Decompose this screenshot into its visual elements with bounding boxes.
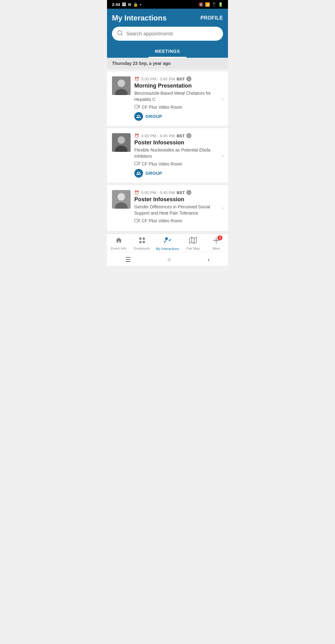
svg-point-3 [118, 79, 125, 87]
svg-rect-19 [139, 241, 141, 243]
info-icon-2[interactable]: i [186, 133, 191, 138]
nav-item-fair-map[interactable]: Fair Map [184, 237, 202, 250]
home-icon [115, 237, 123, 245]
chevron-icon-2: › [222, 152, 224, 159]
card-subtitle-1: Benzoxazole-Based Metal Chelators for He… [134, 90, 223, 102]
svg-rect-18 [143, 238, 145, 240]
status-right: 🔇 📶 📱 🔋 [199, 2, 223, 7]
room-name-3: CF Plus Video Room [142, 218, 182, 223]
appointment-card-2[interactable]: ⏰ 4:00 PM - 4:45 PM BST i Poster Infoses… [107, 128, 228, 183]
card-content-1: ⏰ 3:00 PM - 3:45 PM BST i Morning Presen… [134, 76, 223, 121]
nav-label-event-info: Event Info [111, 247, 127, 250]
svg-marker-6 [138, 105, 140, 108]
photo-icon: 🖼 [122, 2, 126, 7]
card-subtitle-2: Flexible Nucleosides as Potential Ebola … [134, 147, 223, 159]
grid-icon [138, 237, 146, 245]
signal-icon: 📱 [212, 2, 217, 7]
card-content-2: ⏰ 4:00 PM - 4:45 PM BST i Poster Infoses… [134, 133, 223, 178]
card-group-1: GROUP [134, 112, 223, 121]
nav-item-event-info[interactable]: Event Info [109, 237, 128, 250]
tab-meetings[interactable]: MEETINGS [149, 46, 186, 58]
wifi-icon: 📶 [205, 2, 210, 7]
card-room-1: CF Plus Video Room [134, 104, 223, 110]
search-icon [117, 30, 123, 38]
card-title-3: Poster Infosession [134, 196, 223, 203]
status-time: 2:44 [112, 2, 120, 7]
mute-icon: 🔇 [199, 2, 203, 7]
svg-rect-15 [135, 219, 138, 222]
chevron-icon-3: › [222, 205, 224, 211]
card-title-1: Morning Presentation [134, 83, 223, 89]
minus-circle-icon: ⊖ [128, 2, 131, 7]
card-room-3: CF Plus Video Room [134, 218, 223, 224]
info-icon-1[interactable]: i [186, 76, 191, 81]
appointment-card-1[interactable]: ⏰ 3:00 PM - 3:45 PM BST i Morning Presen… [107, 71, 228, 126]
search-input[interactable] [126, 31, 218, 37]
header: My Interactions PROFILE MEETINGS [107, 9, 228, 58]
info-icon-3[interactable]: i [186, 190, 191, 195]
bottom-nav: Event Info Employers My Interactions [107, 234, 228, 252]
svg-line-1 [121, 34, 123, 35]
time-range-1: 3:00 PM - 3:45 PM [141, 77, 175, 81]
group-label-1: GROUP [145, 114, 162, 119]
more-badge: 1 [217, 235, 222, 240]
svg-point-8 [118, 136, 125, 144]
timezone-3: BST [176, 190, 185, 195]
time-range-3: 5:00 PM - 5:45 PM [141, 190, 175, 195]
android-menu-icon[interactable]: ☰ [125, 256, 131, 263]
nav-label-fair-map: Fair Map [186, 247, 200, 250]
nav-label-employers: Employers [134, 247, 150, 250]
battery-icon: 🔋 [218, 2, 223, 7]
svg-marker-11 [138, 162, 140, 165]
nav-item-employers[interactable]: Employers [133, 237, 151, 250]
android-nav-bar: ☰ ○ ‹ [107, 252, 228, 266]
tab-bar: MEETINGS [112, 46, 223, 58]
page-title: My Interactions [112, 14, 167, 22]
video-icon-2 [134, 161, 140, 166]
search-bar[interactable] [112, 27, 223, 41]
svg-rect-20 [143, 241, 145, 243]
appointment-card-3[interactable]: ⏰ 5:00 PM - 5:45 PM BST i Poster Infoses… [107, 185, 228, 231]
svg-rect-5 [135, 105, 138, 108]
svg-point-13 [118, 193, 125, 201]
time-range-2: 4:00 PM - 4:45 PM [141, 134, 175, 138]
clock-icon-1: ⏰ [134, 77, 139, 81]
card-group-2: GROUP [134, 169, 223, 178]
video-icon-1 [134, 104, 140, 110]
video-icon-3 [134, 218, 140, 224]
nav-item-my-interactions[interactable]: My Interactions [156, 236, 179, 251]
svg-marker-16 [138, 219, 140, 222]
android-home-icon[interactable]: ○ [168, 256, 171, 263]
avatar-2 [112, 133, 131, 152]
group-icon-1 [134, 112, 143, 121]
svg-rect-17 [139, 238, 141, 240]
clock-icon-2: ⏰ [134, 134, 139, 138]
group-icon-2 [134, 169, 143, 178]
timezone-2: BST [176, 134, 185, 138]
nav-item-more[interactable]: 1 More [207, 237, 226, 250]
card-subtitle-3: Gender Differences in Perceived Social S… [134, 204, 223, 216]
section-header: Thursday 23 Sep, a year ago [107, 58, 228, 69]
room-name-2: CF Plus Video Room [142, 161, 182, 166]
status-bar: 2:44 🖼 ⊖ 🔒 • 🔇 📶 📱 🔋 [107, 0, 228, 9]
svg-point-21 [165, 237, 168, 240]
group-label-2: GROUP [145, 171, 162, 176]
nav-label-my-interactions: My Interactions [156, 247, 179, 251]
timezone-1: BST [176, 77, 185, 81]
card-time-2: ⏰ 4:00 PM - 4:45 PM BST i [134, 133, 223, 138]
status-left: 2:44 🖼 ⊖ 🔒 • [112, 2, 141, 7]
avatar-3 [112, 190, 131, 209]
more-icon-wrap: 1 [212, 237, 220, 245]
card-room-2: CF Plus Video Room [134, 161, 223, 166]
room-name-1: CF Plus Video Room [142, 105, 182, 110]
clock-icon-3: ⏰ [134, 190, 139, 195]
svg-rect-10 [135, 162, 138, 165]
android-back-icon[interactable]: ‹ [208, 256, 210, 263]
svg-marker-22 [190, 237, 196, 243]
chevron-icon-1: › [222, 95, 224, 102]
card-title-2: Poster Infosession [134, 139, 223, 146]
interactions-icon [163, 236, 172, 246]
nav-label-more: More [212, 247, 220, 250]
avatar-1 [112, 76, 131, 95]
profile-button[interactable]: PROFILE [200, 15, 223, 21]
